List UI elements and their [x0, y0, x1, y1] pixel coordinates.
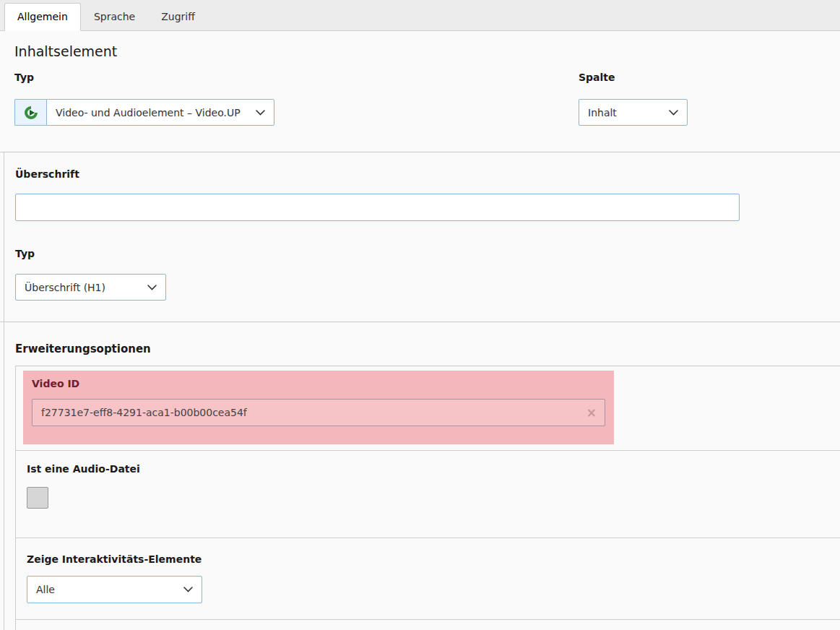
audio-checkbox[interactable] — [27, 487, 48, 509]
content-type-label: Typ — [14, 72, 34, 83]
tab-sprache[interactable]: Sprache — [81, 3, 148, 31]
content-type-value: Video- und Audioelement – Video.UP — [56, 107, 241, 118]
clear-icon[interactable]: × — [586, 407, 597, 419]
video-id-row: Video ID × — [15, 366, 840, 450]
audio-row: Ist eine Audio-Datei — [15, 450, 840, 538]
video-id-input[interactable] — [32, 399, 605, 426]
headline-input[interactable] — [15, 194, 740, 221]
extensions-section-header: Erweiterungsoptionen — [15, 342, 151, 355]
headline-type-label: Typ — [15, 248, 35, 259]
audio-label: Ist eine Audio-Datei — [27, 463, 840, 475]
content-type-group: Video- und Audioelement – Video.UP — [14, 99, 274, 126]
tab-zugriff[interactable]: Zugriff — [148, 3, 208, 31]
tabbar: Allgemein Sprache Zugriff — [0, 0, 840, 31]
headline-label: Überschrift — [15, 168, 79, 180]
chevron-down-icon — [256, 110, 265, 116]
page-title: Inhaltselement — [14, 43, 117, 59]
column-label: Spalte — [579, 72, 615, 83]
video-id-label: Video ID — [32, 378, 605, 389]
tab-allgemein[interactable]: Allgemein — [4, 3, 81, 31]
chevron-down-icon — [147, 285, 157, 290]
interactivity-select[interactable]: Alle — [27, 576, 202, 603]
video-id-highlight: Video ID × — [23, 371, 614, 444]
column-value: Inhalt — [588, 107, 617, 118]
videoup-logo-icon — [14, 99, 46, 126]
column-select[interactable]: Inhalt — [579, 99, 688, 126]
interactivity-label: Zeige Interaktivitäts-Elemente — [27, 553, 840, 565]
next-row-partial — [15, 619, 840, 630]
chevron-down-icon — [183, 587, 193, 592]
section-erweiterungsoptionen: Erweiterungsoptionen Video ID × Ist eine… — [0, 322, 840, 630]
interactivity-row: Zeige Interaktivitäts-Elemente Alle — [15, 538, 840, 619]
headline-type-select[interactable]: Überschrift (H1) — [15, 274, 166, 301]
chevron-down-icon — [669, 110, 678, 116]
section-inhaltselement: Inhaltselement Typ Video- und Audioeleme… — [0, 31, 840, 152]
flexform-rows: Video ID × Ist eine Audio-Datei Zeige In… — [15, 366, 840, 630]
interactivity-value: Alle — [36, 584, 55, 595]
content-type-select[interactable]: Video- und Audioelement – Video.UP — [46, 99, 274, 126]
section-ueberschrift: Überschrift Typ Überschrift (H1) — [0, 152, 840, 322]
headline-type-value: Überschrift (H1) — [25, 282, 105, 293]
